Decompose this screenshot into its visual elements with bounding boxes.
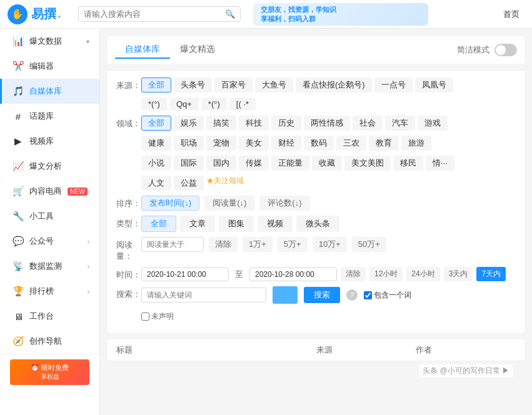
source-filter-row2: *(°) Qq+ *(°) [( ·*	[116, 98, 516, 111]
sidebar-item-paihanghang[interactable]: 🏆 排行榜 ›	[0, 279, 99, 304]
sidebar-item-gongtai[interactable]: 🖥 工作台	[0, 304, 99, 329]
domain-liangqing[interactable]: 两性情感	[304, 116, 350, 131]
simple-mode-switch[interactable]	[494, 44, 517, 56]
time-7d[interactable]: 7天内	[476, 267, 506, 281]
domain-shehui[interactable]: 社会	[353, 116, 383, 131]
type-video[interactable]: 视频	[258, 216, 293, 232]
topbar-search[interactable]: 🔍	[78, 6, 241, 22]
domain-more[interactable]: 情···	[426, 156, 454, 171]
read-clear-btn[interactable]: 清除	[209, 237, 238, 252]
tab-zimeiti[interactable]: 自媒体库	[115, 41, 170, 59]
source-filter-row: 来源： 全部 头条号 百家号 大鱼号 看点快报(企鹅号) 一点号 凤凰号	[116, 78, 516, 92]
read-input[interactable]	[141, 237, 204, 252]
search-input[interactable]	[84, 9, 223, 19]
domain-qiche[interactable]: 汽车	[385, 116, 415, 131]
source-all[interactable]: 全部	[141, 78, 171, 92]
source-yidian[interactable]: 一点号	[374, 78, 413, 92]
star-domain-link[interactable]: ★关注领域	[206, 176, 244, 191]
rank-icon: 🏆	[12, 285, 24, 298]
type-article[interactable]: 文章	[180, 216, 215, 232]
source-dayuhao[interactable]: 大鱼号	[255, 78, 293, 92]
time-end-input[interactable]	[249, 268, 337, 281]
domain-meinv[interactable]: 美女	[239, 136, 269, 151]
undeclared-checkbox[interactable]	[141, 312, 149, 321]
source-wangyi[interactable]: *(°)	[141, 98, 167, 111]
domain-filter-row3: 小说 国际 国内 传媒 正能量 收藏 美文美图 移民 情···	[116, 156, 516, 171]
domain-renwen[interactable]: 人文	[141, 176, 171, 191]
tab-baowenjingxuan[interactable]: 爆文精选	[170, 41, 225, 59]
source-dongfang[interactable]: [( ·*	[229, 98, 256, 111]
domain-guonei[interactable]: 国内	[206, 156, 236, 171]
sidebar-item-neirongshangy[interactable]: 🛒 内容电商 NEW ›	[0, 179, 99, 204]
domain-gongyi[interactable]: 公益	[174, 176, 204, 191]
time-clear-btn[interactable]: 清除	[341, 267, 366, 281]
sidebar-item-shujujiance[interactable]: 📡 数据监测 ›	[0, 254, 99, 279]
domain-chuanmei[interactable]: 传媒	[239, 156, 269, 171]
type-weito[interactable]: 微头条	[296, 216, 339, 232]
wechat-icon: 💬	[12, 235, 24, 248]
sidebar-item-huatiku[interactable]: # 话题库	[0, 104, 99, 129]
type-gallery[interactable]: 图集	[219, 216, 254, 232]
domain-all[interactable]: 全部	[141, 116, 171, 131]
time-12h[interactable]: 12小时	[369, 267, 403, 281]
domain-zhichang[interactable]: 职场	[174, 136, 204, 151]
monitor-icon: 📡	[12, 260, 24, 272]
source-qq[interactable]: Qq+	[169, 98, 199, 111]
type-label: 类型：	[116, 216, 141, 229]
read-5w[interactable]: 5万+	[278, 237, 308, 252]
source-baijiahao[interactable]: 百家号	[214, 78, 253, 92]
domain-yule[interactable]: 娱乐	[174, 116, 204, 131]
sidebar-item-zimeiti[interactable]: 🎵 自媒体库	[0, 79, 99, 104]
source-fenghuang[interactable]: 凤凰号	[415, 78, 453, 92]
help-icon[interactable]: ?	[346, 289, 358, 301]
domain-xiaoshuo[interactable]: 小说	[141, 156, 171, 171]
domain-yimin[interactable]: 移民	[393, 156, 423, 171]
time-3d[interactable]: 3天内	[444, 267, 473, 281]
sort-comment-count[interactable]: 评论数(↓)	[259, 196, 309, 211]
read-1w[interactable]: 1万+	[243, 237, 273, 252]
domain-youxi[interactable]: 游戏	[418, 116, 448, 131]
sidebar-promo[interactable]: ⏰ 限时免费 享权益	[0, 354, 99, 390]
source-kandian[interactable]: 看点快报(企鹅号)	[296, 78, 372, 92]
table-header: 标题 来源 作者	[108, 339, 524, 361]
domain-guoji[interactable]: 国际	[174, 156, 204, 171]
domain-jiaoyu[interactable]: 教育	[369, 136, 399, 151]
read-50w[interactable]: 50万+	[352, 237, 386, 252]
sort-read-count[interactable]: 阅读量(↓)	[204, 196, 254, 211]
domain-keji[interactable]: 科技	[239, 116, 269, 131]
sidebar-item-shipinku[interactable]: ▶ 视频库	[0, 129, 99, 154]
domain-lishi[interactable]: 历史	[271, 116, 301, 131]
read-10w[interactable]: 10万+	[313, 237, 347, 252]
include-one-word-label[interactable]: 包含一个词	[364, 290, 411, 301]
domain-zhengneng[interactable]: 正能量	[271, 156, 309, 171]
read-label: 阅读量：	[116, 237, 141, 262]
domain-gaoxiao[interactable]: 搞笑	[206, 116, 236, 131]
time-start-input[interactable]	[141, 268, 229, 281]
sort-publish-time[interactable]: 发布时间(↓)	[141, 196, 199, 211]
sidebar-item-baowendata[interactable]: 📊 爆文数据 ▾	[0, 29, 99, 54]
sidebar-item-gongzhonghao[interactable]: 💬 公众号 ›	[0, 229, 99, 254]
sidebar-item-chuangzuo[interactable]: 🧭 创作导航	[0, 329, 99, 354]
domain-jiankang[interactable]: 健康	[141, 136, 171, 151]
sidebar-item-baowenfenxi[interactable]: 📈 爆文分析	[0, 154, 99, 179]
content-area: 自媒体库 爆文精选 简洁模式 来源： 全部 头条号 百家号 大鱼号 看点快报(企…	[100, 29, 532, 415]
chart-icon: 📊	[12, 35, 24, 48]
domain-sannong[interactable]: 三农	[336, 136, 366, 151]
domain-shuma[interactable]: 数码	[304, 136, 334, 151]
search-button[interactable]: 搜索	[304, 287, 340, 303]
keyword-input[interactable]	[141, 288, 266, 302]
domain-chongwu[interactable]: 宠物	[206, 136, 236, 151]
home-link[interactable]: 首页	[498, 6, 524, 22]
domain-shoucang[interactable]: 收藏	[312, 156, 342, 171]
domain-meiwenmei[interactable]: 美文美图	[344, 156, 391, 171]
include-one-word-checkbox[interactable]	[364, 291, 372, 299]
domain-filter-row2: 健康 职场 宠物 美女 财经 数码 三农 教育 旅游	[116, 136, 516, 151]
sidebar-item-bianjiji[interactable]: ✂️ 编辑器	[0, 54, 99, 79]
time-24h[interactable]: 24小时	[406, 267, 439, 281]
source-sohu[interactable]: *(°)	[201, 98, 227, 111]
type-all[interactable]: 全部	[141, 216, 176, 232]
sidebar-item-xiaogongju[interactable]: 🔧 小工具	[0, 204, 99, 229]
source-toutiao[interactable]: 头条号	[174, 78, 212, 92]
domain-lvyou[interactable]: 旅游	[401, 136, 431, 151]
domain-caijing[interactable]: 财经	[271, 136, 301, 151]
